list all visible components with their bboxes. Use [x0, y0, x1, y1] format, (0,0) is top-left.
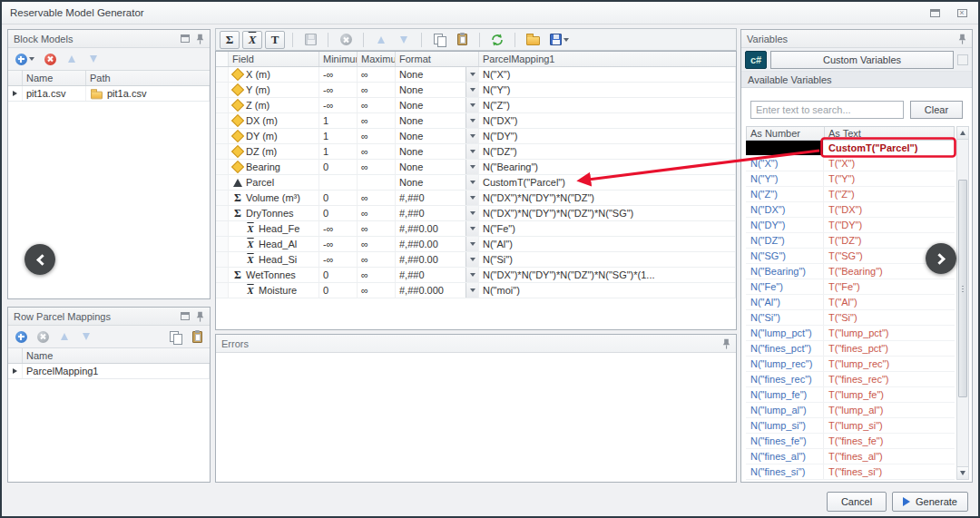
next-page-button[interactable] [926, 243, 956, 274]
copy-field-button[interactable] [429, 31, 449, 49]
field-row[interactable]: ΣVolume (m³)0∞#,##0N("DX")*N("DY")*N("DZ… [216, 191, 736, 206]
paste-parcel-mapping-button[interactable] [187, 327, 207, 346]
generate-button[interactable]: Generate [892, 492, 968, 512]
field-row[interactable]: DY (m)1∞NoneN("DY") [216, 129, 736, 144]
open-fields-button[interactable] [523, 31, 543, 49]
format-dropdown-button[interactable] [466, 83, 478, 97]
format-dropdown-button[interactable] [466, 283, 478, 298]
add-parcel-mapping-button[interactable] [11, 327, 31, 346]
paste-field-button[interactable] [452, 31, 472, 49]
format-cell[interactable]: #,##0.000 [396, 283, 479, 298]
format-cell[interactable]: #,##0.00 [396, 252, 479, 267]
parcel-mapping-row[interactable]: ParcelMapping1 [8, 364, 210, 379]
variable-row[interactable]: N("lump_si")T("lump_si") [746, 418, 955, 434]
save-fields-button[interactable] [545, 31, 573, 49]
field-row[interactable]: ΣDryTonnes0∞#,##0N("DX")*N("DY")*N("DZ")… [216, 206, 736, 221]
block-model-row[interactable]: pit1a.csvpit1a.csv [8, 86, 210, 102]
pin-icon[interactable] [196, 34, 204, 44]
mapping-column-header[interactable]: ParcelMapping1 [479, 52, 736, 66]
field-row[interactable]: X (m)-∞∞NoneN("X") [216, 67, 736, 83]
variable-row[interactable]: N("fines_fe")T("fines_fe") [746, 434, 955, 449]
field-row[interactable]: DZ (m)1∞NoneN("DZ") [216, 144, 736, 160]
format-cell[interactable]: None [396, 98, 479, 112]
variable-row[interactable]: N("fines_pct")T("fines_pct") [746, 341, 955, 357]
format-cell[interactable]: None [396, 113, 479, 128]
field-row[interactable]: Bearing0∞NoneN("Bearing") [216, 160, 736, 175]
variable-row[interactable]: N("Al")T("Al") [746, 295, 955, 310]
variable-row[interactable]: N("Fe")T("Fe") [746, 279, 955, 295]
add-average-field-button[interactable]: X [242, 31, 262, 49]
variable-row[interactable]: N("DX")T("DX") [746, 202, 955, 218]
variable-row[interactable]: N("lump_al")T("lump_al") [746, 403, 955, 418]
format-cell[interactable]: None [396, 129, 479, 143]
format-dropdown-button[interactable] [466, 252, 478, 267]
scroll-down-button[interactable] [957, 466, 968, 479]
path-cell[interactable]: pit1a.csv [86, 86, 210, 101]
format-dropdown-button[interactable] [466, 191, 478, 205]
variable-row[interactable]: N("SG")T("SG") [746, 249, 955, 264]
format-cell[interactable]: None [396, 144, 479, 159]
copy-parcel-mapping-button[interactable] [165, 327, 185, 346]
variable-row[interactable]: N("lump_fe")T("lump_fe") [746, 387, 955, 403]
variable-row[interactable]: N("DY")T("DY") [746, 218, 955, 233]
field-row[interactable]: XHead_Al-∞∞#,##0.00N("Al") [216, 237, 736, 252]
variable-row[interactable]: N("lump_pct")T("lump_pct") [746, 326, 955, 341]
format-dropdown-button[interactable] [466, 175, 478, 190]
variable-row[interactable]: N("Si")T("Si") [746, 310, 955, 326]
pin-icon[interactable] [958, 34, 966, 44]
variable-row[interactable]: N("fines_al")T("fines_al") [746, 449, 955, 464]
variable-row[interactable]: N("Y")T("Y") [746, 171, 955, 187]
csharp-icon[interactable]: c# [745, 51, 767, 69]
field-row[interactable]: XHead_Fe-∞∞#,##0.00N("Fe") [216, 221, 736, 237]
pin-icon[interactable] [196, 311, 204, 322]
format-cell[interactable]: None [396, 83, 479, 97]
name-column-header[interactable]: Name [23, 71, 86, 85]
variable-row[interactable]: N("fines_rec")T("fines_rec") [746, 372, 955, 387]
pin-icon[interactable] [722, 338, 730, 349]
previous-page-button[interactable] [24, 244, 55, 275]
cancel-button[interactable]: Cancel [827, 492, 887, 512]
scrollbar-thumb[interactable] [958, 180, 967, 397]
scroll-up-button[interactable] [957, 127, 968, 140]
variable-row-highlighted[interactable]: CustomT("Parcel") [746, 141, 955, 156]
variable-row[interactable]: N("fines_si")T("fines_si") [746, 464, 955, 480]
field-row[interactable]: Y (m)-∞∞NoneN("Y") [216, 83, 736, 98]
restore-window-button[interactable] [926, 5, 943, 20]
format-cell[interactable]: #,##0 [396, 206, 479, 220]
format-dropdown-button[interactable] [466, 113, 478, 128]
format-dropdown-button[interactable] [466, 268, 478, 282]
dock-icon[interactable] [181, 34, 190, 43]
minimum-column-header[interactable]: Minimum [319, 52, 358, 66]
remove-block-model-button[interactable] [40, 50, 60, 68]
format-dropdown-button[interactable] [466, 206, 478, 220]
variable-row[interactable]: N("Z")T("Z") [746, 187, 955, 202]
field-row[interactable]: ParcelNoneCustomT("Parcel") [216, 175, 736, 191]
format-cell[interactable]: #,##0 [396, 268, 479, 282]
format-column-header[interactable]: Format [396, 52, 479, 66]
maximum-column-header[interactable]: Maximum [358, 52, 396, 66]
field-row[interactable]: ΣWetTonnes0∞#,##0N("DX")*N("DY")*N("DZ")… [216, 268, 736, 283]
variable-search-input[interactable] [750, 101, 904, 119]
as-text-column-header[interactable]: As Text [825, 127, 954, 140]
custom-variables-button[interactable]: Custom Variables [770, 51, 954, 69]
add-sum-field-button[interactable]: Σ [220, 31, 240, 49]
as-number-cell[interactable] [746, 141, 824, 155]
add-text-field-button[interactable]: T [265, 31, 285, 49]
refresh-fields-button[interactable] [487, 31, 507, 49]
format-dropdown-button[interactable] [466, 221, 478, 236]
format-dropdown-button[interactable] [466, 144, 478, 159]
field-row[interactable]: Z (m)-∞∞NoneN("Z") [216, 98, 736, 113]
path-column-header[interactable]: Path [86, 71, 210, 85]
variable-row[interactable]: N("lump_rec")T("lump_rec") [746, 357, 955, 372]
field-row[interactable]: XMoisture0∞#,##0.000N("moi") [216, 283, 736, 298]
clear-search-button[interactable]: Clear [910, 101, 963, 119]
format-cell[interactable]: #,##0 [396, 191, 479, 205]
format-dropdown-button[interactable] [466, 98, 478, 112]
variables-scrollbar[interactable] [956, 126, 969, 480]
dock-icon[interactable] [181, 312, 190, 320]
variable-row[interactable]: N("X")T("X") [746, 156, 955, 171]
variable-row[interactable]: N("DZ")T("DZ") [746, 233, 955, 249]
field-column-header[interactable]: Field [229, 52, 319, 66]
format-cell[interactable]: None [396, 160, 479, 174]
variable-row[interactable]: N("Bearing")T("Bearing") [746, 264, 955, 279]
